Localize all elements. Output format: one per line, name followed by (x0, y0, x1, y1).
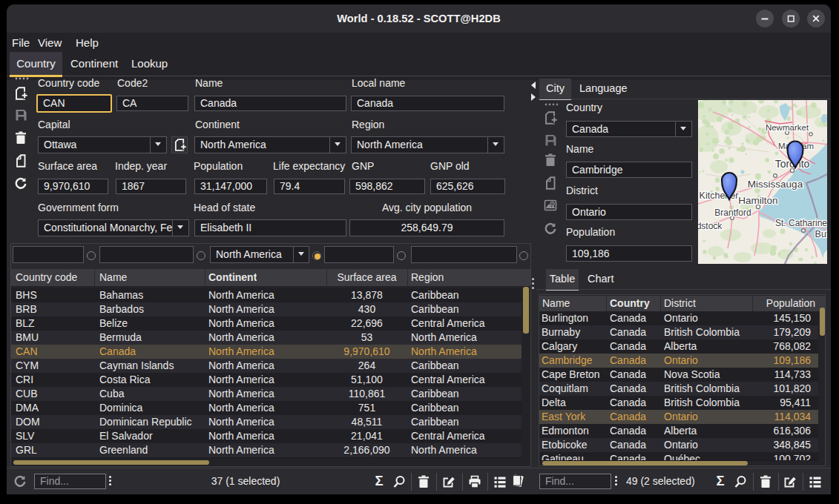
svg-text:dstock: dstock (698, 221, 723, 231)
svg-text:St. Catharines: St. Catharines (775, 218, 827, 228)
svg-text:Mississauga: Mississauga (748, 179, 803, 190)
svg-text:Hamilton: Hamilton (738, 195, 777, 206)
svg-text:Newmarket: Newmarket (766, 123, 809, 132)
svg-text:Buf: Buf (815, 229, 827, 239)
svg-text:Brantford: Brantford (714, 208, 751, 218)
